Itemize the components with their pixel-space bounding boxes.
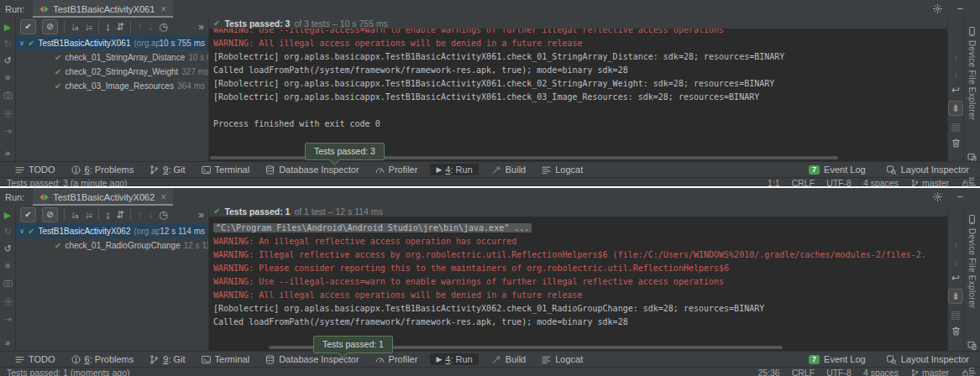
caret-position[interactable]: 25:36: [757, 368, 779, 376]
rerun-failed-tests-icon[interactable]: ↻: [3, 227, 11, 237]
event-log-button[interactable]: 7Event Log: [806, 164, 868, 175]
indent-indicator[interactable]: 4 spaces: [863, 178, 899, 186]
expand-all-icon[interactable]: ↨: [105, 210, 110, 220]
show-ignored-toggle[interactable]: ⊘: [42, 207, 58, 222]
statusbar-item-database-inspector[interactable]: Database Inspector: [262, 164, 361, 176]
collapse-all-icon[interactable]: ⇵: [116, 210, 124, 220]
statusbar-item-run[interactable]: ▶4: Run: [430, 353, 478, 365]
import-test-results-icon[interactable]: ⇥: [3, 315, 11, 324]
previous-failed-test-icon[interactable]: ↑: [137, 22, 142, 32]
chevron-down-icon[interactable]: ∨: [19, 227, 28, 235]
sort-alphabetically-icon[interactable]: ↓a: [71, 210, 78, 220]
statusbar-item-logcat[interactable]: Logcat: [538, 164, 585, 176]
tab-device-file-explorer[interactable]: Device File Explorer: [967, 26, 977, 120]
clear-all-trash-icon[interactable]: [951, 326, 962, 337]
close-icon[interactable]: ×: [160, 3, 166, 15]
gear-icon[interactable]: [932, 191, 943, 202]
layout-inspector-button[interactable]: Layout Inspector: [883, 353, 972, 366]
statusbar-item-profiler[interactable]: Profiler: [372, 353, 421, 366]
statusbar-item-build[interactable]: Build: [489, 353, 528, 366]
stop-icon[interactable]: ■: [5, 73, 11, 82]
chevron-down-icon[interactable]: ∨: [19, 39, 28, 47]
gear-icon[interactable]: [932, 3, 943, 14]
statusbar-item-profiler[interactable]: Profiler: [372, 164, 421, 176]
scroll-to-end-toggle[interactable]: ⇟: [948, 289, 963, 304]
test-tree-row[interactable]: ∨ ✔ check_01_StringArray_Distance 10 s 6…: [16, 50, 208, 65]
tab-device-file-explorer[interactable]: Device File Explorer: [967, 214, 977, 308]
refresh-icon[interactable]: ↺: [3, 244, 11, 253]
test-settings-gear-icon[interactable]: [3, 108, 13, 119]
test-settings-gear-icon[interactable]: [3, 296, 13, 307]
test-history-icon[interactable]: ◷: [159, 210, 167, 220]
statusbar-item-todo[interactable]: TODO: [12, 353, 58, 366]
statusbar-item-terminal[interactable]: Terminal: [198, 353, 253, 366]
more-toolbar-icon[interactable]: »: [198, 22, 204, 32]
next-failed-test-icon[interactable]: ↓: [148, 210, 153, 220]
statusbar-item-terminal[interactable]: Terminal: [198, 164, 253, 176]
scroll-to-end-toggle[interactable]: ⇟: [948, 101, 963, 116]
print-icon[interactable]: ▤: [951, 310, 960, 320]
console-output[interactable]: WARNING: Use --illegal-access=warn to en…: [209, 24, 947, 161]
soft-wrap-icon[interactable]: ↩: [951, 85, 960, 95]
show-passed-toggle[interactable]: ✔: [20, 19, 36, 34]
collapse-all-icon[interactable]: ⇵: [116, 22, 124, 32]
close-icon[interactable]: ×: [160, 191, 166, 203]
hide-window-icon[interactable]: −: [956, 191, 963, 202]
sort-by-duration-icon[interactable]: ↓≡: [84, 210, 92, 220]
sort-by-duration-icon[interactable]: ↓≡: [84, 22, 92, 32]
encoding-indicator[interactable]: UTF-8: [826, 368, 852, 376]
statusbar-item-run[interactable]: ▶4: Run: [430, 164, 478, 175]
test-tree-row[interactable]: ∨ ✔ check_03_Image_Resources 364 ms: [16, 79, 208, 93]
down-stack-trace-icon[interactable]: ↓: [953, 69, 958, 79]
hide-window-icon[interactable]: −: [956, 3, 963, 14]
test-tree-row[interactable]: ∨ ✔ check_01_RadioGroupChange 12 s 114 m…: [16, 238, 208, 253]
run-tab-x061[interactable]: TestB1BasicActivityX061 ×: [33, 0, 173, 18]
screenshot-camera-icon[interactable]: [3, 90, 13, 101]
rerun-failed-tests-icon[interactable]: ↻: [3, 39, 11, 49]
print-icon[interactable]: ▤: [951, 122, 960, 132]
down-stack-trace-icon[interactable]: ↓: [953, 257, 958, 267]
git-branch-indicator[interactable]: master: [910, 368, 949, 376]
more-toolbar-icon[interactable]: »: [5, 338, 10, 347]
show-ignored-toggle[interactable]: ⊘: [42, 19, 58, 34]
layout-inspector-button[interactable]: Layout Inspector: [883, 164, 972, 176]
encoding-indicator[interactable]: UTF-8: [826, 178, 852, 186]
soft-wrap-icon[interactable]: ↩: [951, 273, 960, 283]
statusbar-item-logcat[interactable]: Logcat: [538, 353, 585, 366]
event-log-button[interactable]: 7Event Log: [806, 353, 868, 365]
statusbar-item-git[interactable]: 9: Git: [146, 164, 187, 176]
console-output[interactable]: "C:\Program Files\Android\Android Studio…: [209, 217, 947, 351]
statusbar-item-problems[interactable]: 6: Problems: [68, 353, 137, 366]
test-tree-row[interactable]: ∨ ✔ check_02_StringArray_Weight 327 ms: [16, 65, 208, 79]
previous-failed-test-icon[interactable]: ↑: [137, 210, 142, 220]
show-passed-toggle[interactable]: ✔: [20, 207, 36, 222]
more-toolbar-icon[interactable]: »: [198, 210, 204, 220]
statusbar-item-build[interactable]: Build: [489, 164, 528, 176]
up-stack-trace-icon[interactable]: ↑: [953, 53, 958, 63]
test-tree-row[interactable]: ∨ ✔ TestB1BasicActivityX062 (org.aplas.t…: [16, 224, 208, 238]
test-tree-row[interactable]: ∨ ✔ TestB1BasicActivityX061 (org.aplas.t…: [16, 36, 208, 50]
git-branch-indicator[interactable]: master: [910, 178, 949, 186]
statusbar-item-git[interactable]: 9: Git: [146, 353, 187, 366]
line-ending-indicator[interactable]: CRLF: [792, 368, 815, 376]
stop-icon[interactable]: ■: [5, 261, 11, 270]
rerun-button[interactable]: ▶: [4, 23, 11, 32]
refresh-icon[interactable]: ↺: [3, 56, 11, 65]
caret-position[interactable]: 1:1: [768, 178, 780, 186]
test-history-icon[interactable]: ◷: [159, 22, 167, 32]
run-tab-x062[interactable]: TestB1BasicActivityX062 ×: [33, 188, 173, 206]
clear-all-trash-icon[interactable]: [951, 138, 962, 149]
expand-all-icon[interactable]: ↨: [105, 22, 110, 32]
import-test-results-icon[interactable]: ⇥: [3, 127, 11, 136]
next-failed-test-icon[interactable]: ↓: [148, 22, 153, 32]
rerun-button[interactable]: ▶: [4, 211, 11, 220]
line-ending-indicator[interactable]: CRLF: [792, 178, 815, 186]
statusbar-item-database-inspector[interactable]: Database Inspector: [262, 353, 361, 366]
sort-alphabetically-icon[interactable]: ↓a: [71, 22, 78, 32]
more-toolbar-icon[interactable]: »: [5, 149, 10, 158]
screenshot-camera-icon[interactable]: [3, 278, 13, 289]
statusbar-item-todo[interactable]: TODO: [12, 164, 58, 176]
up-stack-trace-icon[interactable]: ↑: [953, 241, 958, 251]
indent-indicator[interactable]: 4 spaces: [863, 368, 899, 376]
statusbar-item-problems[interactable]: 6: Problems: [68, 164, 137, 176]
